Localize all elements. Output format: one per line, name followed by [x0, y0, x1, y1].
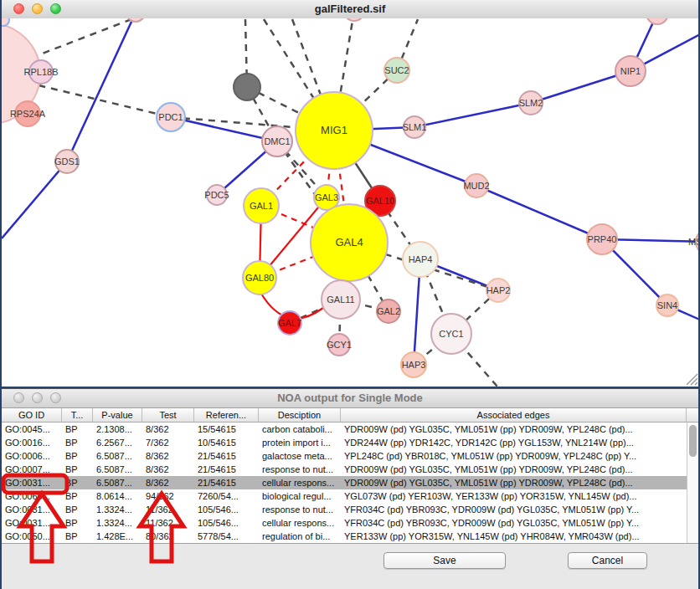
column-header-referen-[interactable]: Referen... — [194, 408, 259, 422]
table-cell: 105/546... — [194, 503, 259, 516]
node-label: RPL18B — [24, 67, 59, 77]
table-row[interactable]: GO:0006...BP6.5087...8/36221/54615galact… — [2, 449, 687, 463]
node-label: GAL2 — [377, 306, 400, 316]
table-row[interactable]: GO:0031...BP6.5087...8/36221/54615cellul… — [2, 476, 687, 489]
table-cell: 6.2567... — [93, 436, 142, 449]
table-cell: YDR009W (pd) YGL035C, YML051W (pp) YDR00… — [341, 463, 687, 476]
table-cell: 105/546... — [194, 516, 259, 530]
node-topmid1[interactable] — [126, 18, 145, 22]
node-toprt[interactable] — [646, 18, 668, 24]
noa-titlebar[interactable]: NOA output for Single Mode — [2, 389, 698, 408]
table-cell: YDR009W (pd) YGL035C, YML051W (pp) YDR00… — [341, 423, 687, 436]
table-cell: BP — [62, 463, 93, 476]
node-label: NIP1 — [620, 66, 641, 76]
table-row[interactable]: GO:0031...BP1.3324...11/362105/546...cel… — [2, 516, 687, 530]
table-cell: 8/362 — [142, 476, 194, 489]
table-header: GO IDT...P-valueTestReferen...Desciption… — [2, 408, 698, 423]
table-cell: GO:0065... — [2, 489, 62, 503]
column-header-go-id[interactable]: GO ID — [2, 408, 62, 422]
column-header-p-value[interactable]: P-value — [93, 408, 142, 422]
column-header-desciption[interactable]: Desciption — [259, 408, 341, 422]
table-cell: cellular respons... — [259, 516, 341, 530]
table-scrollbar[interactable] — [687, 423, 698, 543]
table-row[interactable]: GO:0065...BP8.0614...94/3627260/54...bio… — [2, 489, 687, 503]
table-cell: BP — [62, 423, 93, 436]
table-cell: BP — [62, 503, 93, 516]
table-cell: GO:0031... — [2, 476, 62, 489]
table-cell: 80/362 — [142, 530, 194, 543]
table-cell: BP — [62, 530, 93, 543]
edge-layer — [2, 18, 698, 387]
network-edge[interactable] — [2, 161, 67, 238]
cancel-button[interactable]: Cancel — [568, 552, 647, 569]
node-label: DMC1 — [264, 136, 290, 146]
network-window-title: galFiltered.sif — [2, 0, 698, 18]
node-tinytl[interactable] — [2, 18, 9, 26]
node-label: PDC5 — [204, 190, 229, 200]
table-cell: biological regul... — [259, 489, 341, 503]
table-cell: 7260/54... — [194, 489, 259, 503]
table-cell: GO:0006... — [2, 449, 62, 463]
table-cell: 6.5087... — [93, 476, 142, 489]
table-cell: 8.0614... — [93, 489, 142, 503]
node-topmid2[interactable] — [344, 18, 364, 21]
resize-grip[interactable] — [687, 374, 697, 385]
table-cell: 94/362 — [142, 489, 194, 503]
node-label: GAL1 — [250, 201, 273, 211]
node-label: PDC1 — [158, 112, 183, 122]
node-label: GAL80 — [245, 273, 274, 283]
network-titlebar[interactable]: galFiltered.sif — [2, 0, 698, 19]
table-cell: YGL073W (pd) YER103W, YER133W (pp) YOR31… — [341, 489, 687, 503]
scrollbar-thumb[interactable] — [689, 425, 697, 457]
node-label: HAP2 — [486, 285, 511, 295]
network-canvas[interactable]: RPL18BRPS24AGDS1PDC1DMC1PDC5MIG1SUC2SLM1… — [2, 18, 698, 387]
table-cell: 5778/54... — [194, 530, 259, 543]
table-cell: carbon cataboli... — [259, 423, 341, 436]
node-graynode[interactable] — [234, 74, 260, 100]
node-label: SUC2 — [384, 65, 409, 75]
node-label: SLM1 — [403, 122, 427, 132]
table-cell: GO:0045... — [2, 423, 62, 436]
table-row[interactable]: GO:0031...BP1.3324...11/362105/546...res… — [2, 503, 687, 516]
node-label: HAP4 — [409, 254, 433, 264]
table-cell: GO:0031... — [2, 516, 62, 530]
table-cell: GO:0016... — [2, 436, 62, 449]
table-cell: protein import i... — [259, 436, 341, 449]
table-cell: YDR009W (pd) YGL035C, YML051W (pp) YDR00… — [341, 476, 687, 489]
network-edge[interactable] — [67, 18, 136, 161]
table-cell: 1.428E... — [93, 530, 142, 543]
table-cell: 8/362 — [142, 423, 194, 436]
table-cell: galactose meta... — [259, 449, 341, 463]
table-cell: 11/362 — [142, 503, 194, 516]
node-label: GAL7 — [278, 318, 301, 328]
network-edge[interactable] — [414, 103, 531, 127]
table-cell: GO:0050... — [2, 530, 62, 543]
table-row[interactable]: GO:0050...BP1.428E...80/3625778/54...reg… — [2, 530, 687, 543]
table-row[interactable]: GO:0045...BP2.1308...8/36215/54615carbon… — [2, 423, 687, 436]
table-row[interactable]: GO:0016...BP6.2567...7/36210/54615protei… — [2, 436, 687, 449]
screenshot-root: galFiltered.sif RPL18BRPS24AGDS1PDC1DMC1… — [0, 0, 700, 589]
table-body: GO:0045...BP2.1308...8/36215/54615carbon… — [2, 423, 687, 543]
network-edge[interactable] — [476, 186, 602, 239]
column-header-t-[interactable]: T... — [62, 408, 93, 422]
table-cell: 21/54615 — [194, 449, 259, 463]
table-divider — [2, 543, 698, 544]
table-cell: 7/362 — [142, 436, 194, 449]
table-cell: response to nut... — [259, 463, 341, 476]
table-cell: BP — [62, 489, 93, 503]
save-button[interactable]: Save — [383, 552, 506, 569]
noa-window-title: NOA output for Single Mode — [2, 389, 698, 407]
node-label: GDS1 — [54, 156, 80, 166]
table-cell: YFR034C (pd) YBR093C, YDR009W (pd) YGL03… — [341, 516, 687, 530]
node-label: HAP3 — [402, 360, 426, 370]
table-cell: 11/362 — [142, 516, 194, 530]
node-label: GAL10 — [366, 196, 394, 206]
node-label: GAL4 — [335, 236, 363, 248]
table-cell: 21/54615 — [194, 476, 259, 489]
table-row[interactable]: GO:0007...BP6.5087...8/36221/54615respon… — [2, 463, 687, 476]
table-cell: 1.3324... — [93, 503, 142, 516]
table-cell: 21/54615 — [194, 463, 259, 476]
column-header-test[interactable]: Test — [142, 408, 194, 422]
column-header-associated-edges[interactable]: Associated edges — [341, 408, 687, 422]
table-cell: response to nut... — [259, 503, 341, 516]
